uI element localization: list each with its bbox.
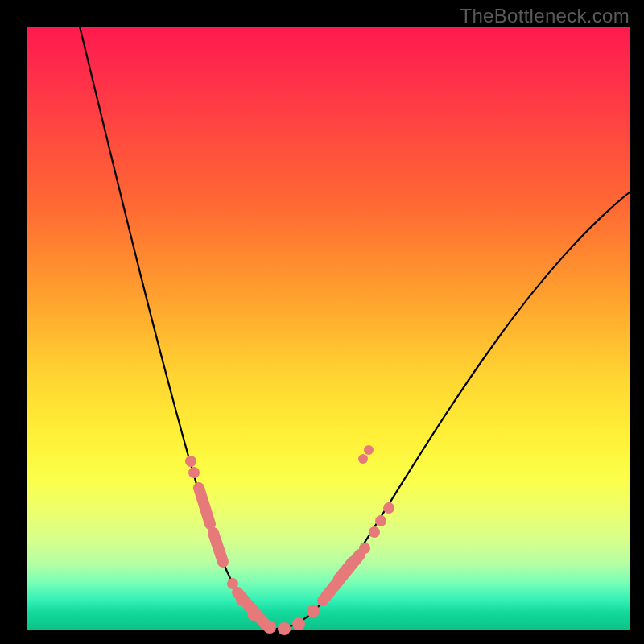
data-segment bbox=[339, 562, 353, 579]
data-dot bbox=[364, 445, 374, 455]
data-dot bbox=[278, 622, 291, 635]
plot-area bbox=[27, 27, 630, 630]
data-segment bbox=[213, 533, 223, 562]
data-dot bbox=[185, 456, 196, 467]
data-segment bbox=[199, 488, 210, 524]
data-dot bbox=[247, 608, 260, 621]
right-curve bbox=[276, 192, 630, 629]
data-dot bbox=[317, 595, 328, 606]
data-dot bbox=[292, 617, 305, 630]
data-dot bbox=[227, 578, 238, 589]
data-dot bbox=[236, 593, 249, 606]
chart-frame: TheBottleneck.com bbox=[0, 0, 644, 644]
left-curve bbox=[80, 27, 276, 629]
curve-layer bbox=[27, 27, 630, 630]
watermark-text: TheBottleneck.com bbox=[460, 5, 630, 27]
data-dot bbox=[369, 526, 380, 538]
data-dot bbox=[359, 543, 370, 554]
data-dot bbox=[263, 621, 276, 634]
data-dot bbox=[383, 502, 394, 514]
data-dot bbox=[375, 515, 386, 526]
data-point-overlay bbox=[185, 445, 394, 635]
data-dot bbox=[358, 454, 368, 464]
data-dot bbox=[188, 467, 200, 478]
data-dot bbox=[307, 605, 320, 617]
